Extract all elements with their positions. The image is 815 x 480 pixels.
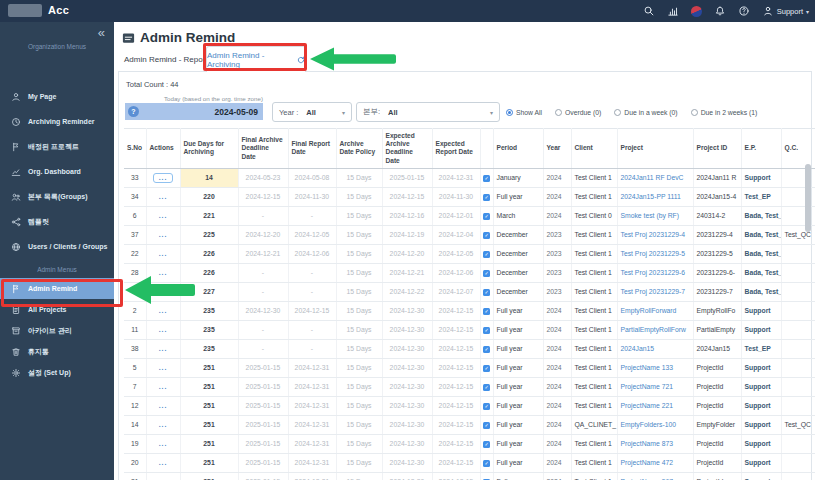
help-icon[interactable]: ? bbox=[128, 106, 139, 117]
sidebar-item-users-clients-groups[interactable]: Users / Clients / Groups bbox=[0, 234, 114, 259]
period-checkbox-icon[interactable]: ✓ bbox=[483, 213, 490, 220]
cell-actions: ... bbox=[146, 225, 180, 244]
sidebar-item-settings[interactable]: 설정 (Set Up) bbox=[0, 362, 114, 383]
project-link[interactable]: Test Proj 20231229-7 bbox=[621, 288, 686, 295]
row-actions-button[interactable]: ... bbox=[154, 402, 173, 411]
search-icon[interactable] bbox=[643, 5, 655, 17]
period-checkbox-icon[interactable]: ✓ bbox=[483, 403, 490, 410]
column-header: S.No bbox=[124, 129, 146, 169]
row-actions-button[interactable]: ... bbox=[154, 364, 173, 373]
project-link[interactable]: Smoke test (by RF) bbox=[621, 212, 680, 219]
chevron-down-icon: ▾ bbox=[806, 8, 809, 15]
cell-project-id: 20231229-7 bbox=[693, 282, 741, 301]
project-link[interactable]: ProjectName 133 bbox=[621, 364, 674, 371]
column-header: Client bbox=[571, 129, 617, 169]
table-row: 5 ... 251 2025-01-15 2024-12-31 15 Days … bbox=[124, 358, 815, 377]
row-actions-button[interactable]: ... bbox=[154, 288, 173, 297]
period-checkbox-icon[interactable]: ✓ bbox=[483, 232, 490, 239]
period-checkbox-icon[interactable]: ✓ bbox=[483, 251, 490, 258]
cell-client: QA_CLINET_ bbox=[571, 415, 617, 434]
cell-final-report-date: - bbox=[288, 339, 336, 358]
help-icon[interactable] bbox=[738, 5, 750, 17]
filter-radio[interactable]: Overdue (0) bbox=[555, 109, 601, 116]
row-actions-button[interactable]: ... bbox=[154, 193, 173, 202]
row-actions-button[interactable]: ... bbox=[154, 212, 173, 221]
period-checkbox-icon[interactable]: ✓ bbox=[483, 270, 490, 277]
project-link[interactable]: ProjectName 721 bbox=[621, 383, 674, 390]
table-row: 21 ... 251 2025-01-15 2024-12-31 15 Days… bbox=[124, 472, 815, 480]
cell-client: Test Client 1 bbox=[571, 339, 617, 358]
radio-icon bbox=[506, 109, 513, 116]
project-link[interactable]: PartialEmptyRollForw bbox=[621, 326, 686, 333]
sidebar-item-org-dashboard[interactable]: Org. Dashboard bbox=[0, 159, 114, 184]
support-account-menu[interactable]: Support ▾ bbox=[762, 5, 809, 17]
project-link[interactable]: ProjectName 873 bbox=[621, 440, 674, 447]
period-checkbox-icon[interactable]: ✓ bbox=[483, 346, 490, 353]
refresh-icon[interactable] bbox=[297, 56, 305, 64]
sidebar-item-templates[interactable]: 템플릿 bbox=[0, 209, 114, 234]
cell-project: Test Proj 20231229-4 bbox=[617, 225, 693, 244]
row-actions-button[interactable]: ... bbox=[154, 421, 173, 430]
sidebar-item-my-page[interactable]: My Page bbox=[0, 84, 114, 109]
sidebar-item-trash[interactable]: 휴지통 bbox=[0, 341, 114, 362]
cell-checkbox: ✓ bbox=[480, 339, 493, 358]
period-checkbox-icon[interactable]: ✓ bbox=[483, 441, 490, 448]
project-link[interactable]: 2024Jan15-PP 1111 bbox=[621, 193, 681, 200]
sidebar-collapse-icon[interactable]: « bbox=[98, 26, 105, 39]
cell-final-archive-deadline: 2025-01-15 bbox=[238, 453, 288, 472]
project-link[interactable]: 2024Jan11 RF DevC bbox=[621, 174, 684, 181]
filter-radio[interactable]: Due in a week (0) bbox=[614, 109, 677, 116]
project-link[interactable]: ProjectName 472 bbox=[621, 459, 674, 466]
row-actions-button[interactable]: ... bbox=[154, 440, 173, 449]
project-link[interactable]: EmptyFolders-100 bbox=[621, 421, 677, 428]
sidebar-item-admin-remind[interactable]: Admin Remind bbox=[0, 278, 114, 299]
row-actions-button[interactable]: ... bbox=[154, 345, 173, 354]
analytics-icon[interactable] bbox=[667, 5, 679, 17]
project-link[interactable]: ProjectName 221 bbox=[621, 402, 674, 409]
korea-flag-icon[interactable] bbox=[691, 6, 702, 17]
year-filter-select[interactable]: Year : All ▾ bbox=[272, 102, 352, 122]
row-actions-button[interactable]: ... bbox=[154, 250, 173, 259]
sidebar-item-assigned-projects[interactable]: 배정된 프로젝트 bbox=[0, 134, 114, 159]
row-actions-button[interactable]: ... bbox=[154, 459, 173, 468]
period-checkbox-icon[interactable]: ✓ bbox=[483, 194, 490, 201]
period-checkbox-icon[interactable]: ✓ bbox=[483, 175, 490, 182]
period-checkbox-icon[interactable]: ✓ bbox=[483, 422, 490, 429]
period-checkbox-icon[interactable]: ✓ bbox=[483, 327, 490, 334]
division-filter-select[interactable]: 본부: All ▾ bbox=[356, 102, 500, 122]
cell-archive-date-policy: 15 Days bbox=[336, 472, 382, 480]
sidebar-item-all-projects[interactable]: All Projects bbox=[0, 299, 114, 320]
sidebar-item-archive-management[interactable]: 아카이브 관리 bbox=[0, 320, 114, 341]
cell-due-days: 251 bbox=[180, 453, 238, 472]
row-actions-button[interactable]: ... bbox=[153, 173, 174, 184]
project-link[interactable]: Test Proj 20231229-4 bbox=[621, 231, 686, 238]
cell-project: ProjectName 873 bbox=[617, 434, 693, 453]
tab-admin-remind-archiving[interactable]: Admin Remind - Archiving bbox=[206, 46, 306, 72]
table-scrollbar-thumb[interactable] bbox=[805, 164, 811, 232]
period-checkbox-icon[interactable]: ✓ bbox=[483, 308, 490, 315]
row-actions-button[interactable]: ... bbox=[154, 307, 173, 316]
project-link[interactable]: Test Proj 20231229-5 bbox=[621, 250, 686, 257]
row-actions-button[interactable]: ... bbox=[154, 326, 173, 335]
sidebar-item-groups-list[interactable]: 본부 목록(Groups) bbox=[0, 184, 114, 209]
row-actions-button[interactable]: ... bbox=[154, 383, 173, 392]
cell-project-id: ProjectId bbox=[693, 377, 741, 396]
cell-due-days: 220 bbox=[180, 187, 238, 206]
project-link[interactable]: Test Proj 20231229-6 bbox=[621, 269, 686, 276]
row-actions-button[interactable]: ... bbox=[154, 269, 173, 278]
cell-period: Full year bbox=[493, 415, 543, 434]
table-row: 20 ... 251 2025-01-15 2024-12-31 15 Days… bbox=[124, 453, 815, 472]
period-checkbox-icon[interactable]: ✓ bbox=[483, 289, 490, 296]
cell-ep: Support bbox=[741, 415, 781, 434]
filter-radio[interactable]: Show All bbox=[506, 109, 542, 116]
period-checkbox-icon[interactable]: ✓ bbox=[483, 365, 490, 372]
period-checkbox-icon[interactable]: ✓ bbox=[483, 460, 490, 467]
notifications-icon[interactable] bbox=[714, 5, 726, 17]
sidebar-item-archiving-reminder[interactable]: Archiving Reminder bbox=[0, 109, 114, 134]
filter-radio[interactable]: Due in 2 weeks (1) bbox=[691, 109, 758, 116]
period-checkbox-icon[interactable]: ✓ bbox=[483, 384, 490, 391]
app-window: Acc Support ▾ « bbox=[0, 0, 815, 480]
project-link[interactable]: EmptyRollForward bbox=[621, 307, 677, 314]
row-actions-button[interactable]: ... bbox=[154, 231, 173, 240]
project-link[interactable]: 2024Jan15 bbox=[621, 345, 655, 352]
